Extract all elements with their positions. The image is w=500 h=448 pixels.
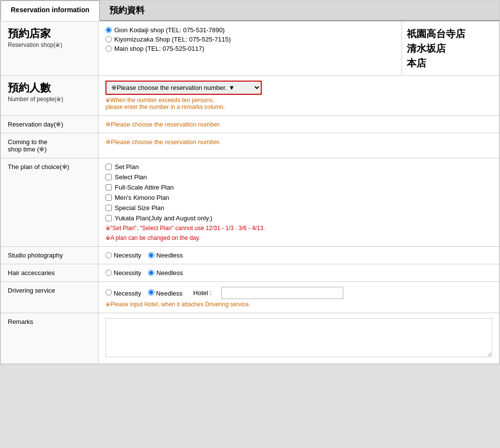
- drivering-note: ※Please input Hotel, when it attaches Dr…: [105, 301, 492, 308]
- plan-mens-kimono[interactable]: Men's Kimono Plan: [105, 194, 492, 201]
- plan-yukata-checkbox[interactable]: [105, 215, 112, 221]
- plan-select[interactable]: Select Plan: [105, 173, 492, 181]
- hair-accessories-row: Hair acceccaries Necessity Needless: [1, 264, 500, 282]
- people-hint-line1: ※When the number exceeds ten persons,: [105, 97, 214, 104]
- shop-option-1[interactable]: Gion Kodaiji shop (TEL: 075-531-7890): [105, 26, 395, 34]
- plan-select-checkbox[interactable]: [105, 174, 112, 180]
- shop-label-small: Reservation shop(※): [8, 42, 62, 48]
- people-select[interactable]: ※Please choose the reservation number. ▼: [105, 81, 262, 95]
- plan-mens-kimono-label: Men's Kimono Plan: [115, 194, 169, 201]
- studio-photo-label-cell: Studio photography: [1, 247, 99, 264]
- tab-reservation-info[interactable]: Reservation information: [0, 0, 100, 21]
- drivering-label-cell: Drivering service: [1, 282, 99, 313]
- shop-time-value-cell: ※Please choose the reservation number.: [99, 133, 500, 158]
- shop-option-2[interactable]: Kiyomizuzaka Shop (TEL: 075-525-7115): [105, 36, 395, 43]
- chinese-shop-1: 祇園高台寺店: [407, 26, 492, 41]
- day-value-cell: ※Please choose the reservation number.: [99, 116, 500, 133]
- plan-set-label: Set Plan: [115, 163, 139, 171]
- chinese-shop-2: 清水坂店: [407, 41, 492, 56]
- number-of-people-row: 預約人數 Number of people(※) ※Please choose …: [1, 76, 500, 116]
- shop-name-1: Gion Kodaiji shop (TEL: 075-531-7890): [114, 26, 225, 34]
- shop-option-3[interactable]: Main shop (TEL: 075-525-0117): [105, 45, 395, 52]
- hair-necessity-radio[interactable]: [105, 270, 112, 276]
- plan-yukata[interactable]: Yukata Plan(July and August only.): [105, 214, 492, 222]
- people-label-small: Number of people(※): [8, 96, 63, 103]
- shop-time-row: Coming to the shop time (※) ※Please choo…: [1, 133, 500, 158]
- drivering-necessity-option[interactable]: Necessity: [105, 289, 141, 297]
- reservation-shop-row: 預約店家 Reservation shop(※) Gion Kodaiji sh…: [1, 21, 500, 76]
- drivering-necessity-radio[interactable]: [105, 289, 112, 296]
- drivering-service-row: Drivering service Necessity Needless Hot…: [1, 282, 500, 313]
- shop-chinese-list: 祇園高台寺店 清水坂店 本店: [402, 21, 500, 76]
- studio-needless-radio[interactable]: [148, 252, 154, 258]
- studio-photo-label: Studio photography: [8, 252, 63, 259]
- hair-necessity-label: Necessity: [114, 269, 141, 277]
- shop-label-cell: 預約店家 Reservation shop(※): [1, 21, 99, 76]
- remarks-label: Remarks: [8, 318, 33, 325]
- people-select-cell: ※Please choose the reservation number. ▼…: [99, 76, 500, 116]
- plan-special-size-checkbox[interactable]: [105, 205, 112, 211]
- tab-label-en: Reservation information: [11, 6, 89, 14]
- studio-necessity-option[interactable]: Necessity: [105, 252, 141, 259]
- shop-radio-1[interactable]: [105, 27, 112, 33]
- hotel-input[interactable]: [221, 287, 343, 299]
- hair-label-cell: Hair acceccaries: [1, 264, 99, 282]
- hair-radio-group: Necessity Needless: [105, 269, 492, 277]
- drivering-radio-group: Necessity Needless Hotel :: [105, 287, 492, 299]
- people-label-big: 預約人數: [8, 81, 91, 95]
- plan-set-checkbox[interactable]: [105, 164, 112, 170]
- remarks-label-cell: Remarks: [1, 313, 99, 364]
- remarks-textarea[interactable]: [105, 318, 492, 357]
- plan-options-cell: Set Plan Select Plan Full-Scale Attire P…: [99, 158, 500, 247]
- drivering-needless-label: Needless: [156, 290, 183, 297]
- reservation-form: 預約店家 Reservation shop(※) Gion Kodaiji sh…: [0, 21, 500, 364]
- hair-label: Hair acceccaries: [8, 269, 55, 277]
- day-placeholder: ※Please choose the reservation number.: [105, 121, 221, 128]
- shop-radio-group: Gion Kodaiji shop (TEL: 075-531-7890) Ki…: [105, 26, 395, 52]
- plan-full-scale-label: Full-Scale Attire Plan: [115, 184, 174, 191]
- studio-photo-row: Studio photography Necessity Needless: [1, 247, 500, 264]
- drivering-needless-radio[interactable]: [148, 289, 154, 296]
- shop-name-2: Kiyomizuzaka Shop (TEL: 075-525-7115): [114, 36, 230, 43]
- hair-needless-option[interactable]: Needless: [148, 269, 183, 277]
- day-label: Reservation day(※): [8, 121, 63, 128]
- studio-necessity-radio[interactable]: [105, 252, 112, 258]
- plan-mens-kimono-checkbox[interactable]: [105, 194, 112, 201]
- hair-necessity-option[interactable]: Necessity: [105, 269, 141, 277]
- hair-needless-label: Needless: [156, 269, 183, 277]
- shop-time-label: Coming to the shop time (※): [8, 138, 47, 153]
- shop-time-placeholder: ※Please choose the reservation number.: [105, 138, 221, 146]
- drivering-options-cell: Necessity Needless Hotel : ※Please input…: [99, 282, 500, 313]
- studio-photo-options-cell: Necessity Needless: [99, 247, 500, 264]
- shop-time-label-line2: shop time (※): [8, 146, 47, 153]
- plan-special-size[interactable]: Special Size Plan: [105, 204, 492, 212]
- plan-row: The plan of choice(※) Set Plan Select Pl…: [1, 158, 500, 247]
- studio-needless-label: Needless: [156, 252, 183, 259]
- drivering-needless-option[interactable]: Needless: [148, 289, 183, 297]
- plan-full-scale[interactable]: Full-Scale Attire Plan: [105, 184, 492, 191]
- tab-chinese[interactable]: 預約資料: [100, 0, 154, 20]
- shop-radio-3[interactable]: [105, 45, 112, 52]
- remarks-row: Remarks: [1, 313, 500, 364]
- tab-label-zh: 預約資料: [109, 5, 145, 15]
- tab-bar: Reservation information 預約資料: [0, 0, 500, 21]
- shop-time-label-line1: Coming to the: [8, 138, 47, 146]
- day-label-cell: Reservation day(※): [1, 116, 99, 133]
- reservation-day-row: Reservation day(※) ※Please choose the re…: [1, 116, 500, 133]
- plan-note-2: ※A plan can be changed on the day.: [105, 235, 492, 241]
- plan-label-cell: The plan of choice(※): [1, 158, 99, 247]
- shop-name-3: Main shop (TEL: 075-525-0117): [114, 45, 204, 52]
- studio-needless-option[interactable]: Needless: [148, 252, 183, 259]
- plan-full-scale-checkbox[interactable]: [105, 184, 112, 191]
- hair-needless-radio[interactable]: [148, 270, 154, 276]
- studio-photo-radio-group: Necessity Needless: [105, 252, 492, 259]
- drivering-label: Drivering service: [8, 287, 55, 294]
- plan-set[interactable]: Set Plan: [105, 163, 492, 171]
- plan-checkbox-group: Set Plan Select Plan Full-Scale Attire P…: [105, 163, 492, 222]
- people-hint-line2: please enter the number in a remarks col…: [105, 104, 225, 110]
- people-label-cell: 預約人數 Number of people(※): [1, 76, 99, 116]
- shop-label-big: 預約店家: [8, 26, 91, 41]
- shop-time-label-cell: Coming to the shop time (※): [1, 133, 99, 158]
- shop-radio-2[interactable]: [105, 36, 112, 43]
- plan-label: The plan of choice(※): [8, 163, 69, 171]
